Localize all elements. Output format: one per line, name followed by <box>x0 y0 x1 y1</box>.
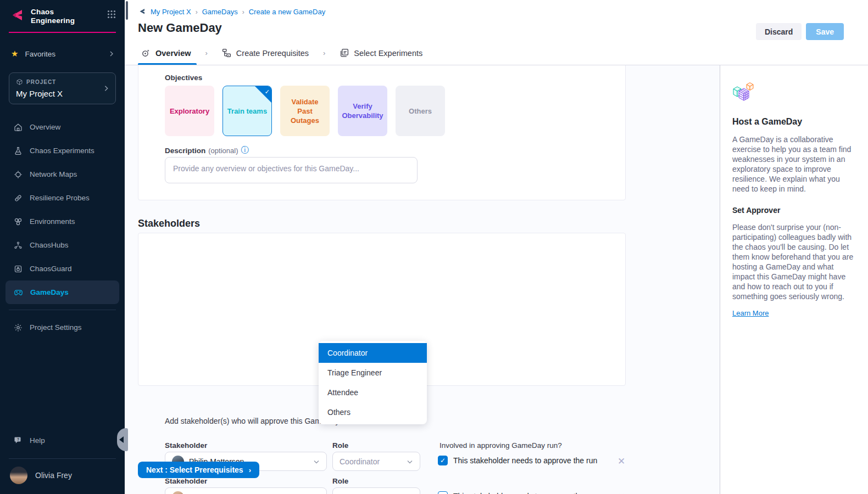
hub-icon <box>14 241 23 250</box>
help-panel-title: Host a GameDay <box>732 117 855 127</box>
app-window: Chaos Engineering ★ Favorites PROJECT My… <box>0 0 868 494</box>
help-panel-subheading: Set Approver <box>732 206 855 215</box>
gameday-ball-icon <box>141 48 151 58</box>
dropdown-option-others[interactable]: Others <box>319 402 427 422</box>
objective-validate-past-outages[interactable]: Validate Past Outages <box>280 86 330 136</box>
breadcrumb-gamedays[interactable]: GameDays <box>202 8 238 16</box>
experiments-stack-icon <box>340 48 349 58</box>
environments-icon <box>14 217 23 226</box>
chevron-sep-icon: › <box>242 8 244 16</box>
sidebar: Chaos Engineering ★ Favorites PROJECT My… <box>0 0 125 494</box>
help-panel-paragraph: Please don't surprise your (non-particip… <box>732 222 855 301</box>
check-icon: ✓ <box>265 87 270 97</box>
project-name: My Project X <box>16 89 109 98</box>
cubes-illustration-icon <box>732 82 755 103</box>
sidebar-collapse-handle[interactable] <box>117 428 128 451</box>
info-icon[interactable]: ⓘ <box>241 145 248 155</box>
sidebar-divider <box>9 458 116 459</box>
page-title: New GameDay <box>138 21 222 35</box>
sidebar-item-overview[interactable]: Overview <box>0 115 125 139</box>
brand-underline <box>9 32 116 33</box>
favorites-label: Favorites <box>25 50 55 58</box>
role-column-label: Role <box>332 477 348 485</box>
chevron-left-icon <box>119 436 124 443</box>
app-grid-icon[interactable] <box>107 10 116 19</box>
wizard-tabs: Overview › Create Prerequisites › Select… <box>125 41 868 65</box>
project-logo-icon <box>138 8 146 16</box>
learn-more-link[interactable]: Learn More <box>732 309 769 317</box>
stakeholder-select-2[interactable]: Olivia Denver (You) <box>165 487 327 494</box>
sidebar-item-project-settings[interactable]: Project Settings <box>0 316 125 339</box>
sidebar-item-network-maps[interactable]: Network Maps <box>0 162 125 186</box>
stakeholder-column-label: Stakeholder <box>165 477 207 485</box>
network-map-icon <box>14 170 23 179</box>
chevron-right-icon <box>108 50 115 57</box>
project-selector[interactable]: PROJECT My Project X <box>9 72 116 104</box>
help-panel: Host a GameDay A GameDay is a collaborat… <box>720 65 868 494</box>
chevron-sep-icon: › <box>196 8 198 16</box>
sidebar-divider <box>9 310 116 310</box>
role-select-2[interactable]: Coordinator <box>332 487 420 494</box>
description-input[interactable] <box>165 157 418 183</box>
home-icon <box>14 123 23 132</box>
dropdown-option-attendee[interactable]: Attendee <box>319 383 427 402</box>
active-tab-underline <box>138 63 197 65</box>
user-menu[interactable]: Olivia Frey <box>0 463 125 487</box>
remove-stakeholder-icon[interactable]: ✕ <box>617 456 625 467</box>
chevron-down-icon <box>313 458 320 465</box>
tab-create-prerequisites[interactable]: Create Prerequisites <box>222 41 309 65</box>
page-header: My Project X › GameDays › Create a new G… <box>125 0 868 41</box>
objectives-label: Objectives <box>165 74 202 82</box>
chevron-right-icon <box>103 85 110 92</box>
prerequisites-tree-icon <box>222 48 231 58</box>
optional-label: (optional) <box>208 147 238 155</box>
save-button[interactable]: Save <box>806 23 844 40</box>
svg-text:?: ? <box>17 437 19 441</box>
sidebar-item-chaos-experiments[interactable]: Chaos Experiments <box>0 139 125 162</box>
tab-overview[interactable]: Overview <box>141 41 191 65</box>
objective-others[interactable]: Others <box>396 86 445 136</box>
approve-checkbox-1[interactable]: ✓ <box>438 456 448 465</box>
next-button[interactable]: Next : Select Prerequisites › <box>138 462 259 478</box>
chevron-down-icon <box>407 458 413 465</box>
remove-stakeholder-icon[interactable]: ✕ <box>617 491 625 494</box>
breadcrumb-project[interactable]: My Project X <box>151 8 191 16</box>
dropdown-option-coordinator[interactable]: Coordinator <box>319 343 427 363</box>
involved-column-label: Involved in approving GameDay run? <box>439 441 562 450</box>
chaos-logo-icon <box>9 8 25 24</box>
sidebar-item-help[interactable]: ? Help <box>0 429 125 451</box>
breadcrumb-current[interactable]: Create a new GameDay <box>249 8 325 16</box>
scrollbar-thumb[interactable] <box>126 1 128 20</box>
avatar <box>172 491 184 494</box>
main-content: Objectives Exploratory Train teams ✓ Val… <box>125 65 720 494</box>
check-icon: ✓ <box>440 457 446 464</box>
objective-exploratory[interactable]: Exploratory <box>165 86 214 136</box>
chevron-right-icon: › <box>249 466 251 474</box>
gear-icon <box>14 323 23 332</box>
sidebar-item-chaoshubs[interactable]: ChaosHubs <box>0 233 125 257</box>
sidebar-item-favorites[interactable]: ★ Favorites <box>0 47 125 60</box>
dropdown-option-triage-engineer[interactable]: Triage Engineer <box>319 363 427 383</box>
sidebar-item-environments[interactable]: Environments <box>0 210 125 233</box>
brand-name: Chaos Engineering <box>31 8 75 25</box>
avatar <box>10 467 27 484</box>
sidebar-item-resilience-probes[interactable]: Resilience Probes <box>0 186 125 210</box>
discard-button[interactable]: Discard <box>756 23 802 40</box>
sidebar-nav: Overview Chaos Experiments Network Maps … <box>0 115 125 339</box>
stakeholders-heading: Stakeholders <box>138 218 200 229</box>
probe-icon <box>14 194 23 203</box>
lock-icon <box>14 265 23 273</box>
objective-train-teams[interactable]: Train teams ✓ <box>222 86 272 136</box>
approve-checkbox-2[interactable]: ✓ <box>438 491 448 494</box>
objective-verify-observability[interactable]: Verify Obervability <box>338 86 387 136</box>
role-column-label: Role <box>332 441 348 450</box>
project-label: PROJECT <box>26 79 56 85</box>
star-icon: ★ <box>11 49 18 59</box>
flask-icon <box>14 147 23 155</box>
help-panel-paragraph: A GameDay is a collaborative exercise to… <box>732 134 855 194</box>
tab-select-experiments[interactable]: Select Experiments <box>340 41 422 65</box>
objectives-card: Objectives Exploratory Train teams ✓ Val… <box>138 65 626 200</box>
sidebar-item-gamedays[interactable]: GameDays <box>5 280 119 304</box>
role-select-1[interactable]: Coordinator <box>332 452 420 471</box>
sidebar-item-chaosguard[interactable]: ChaosGuard <box>0 257 125 280</box>
